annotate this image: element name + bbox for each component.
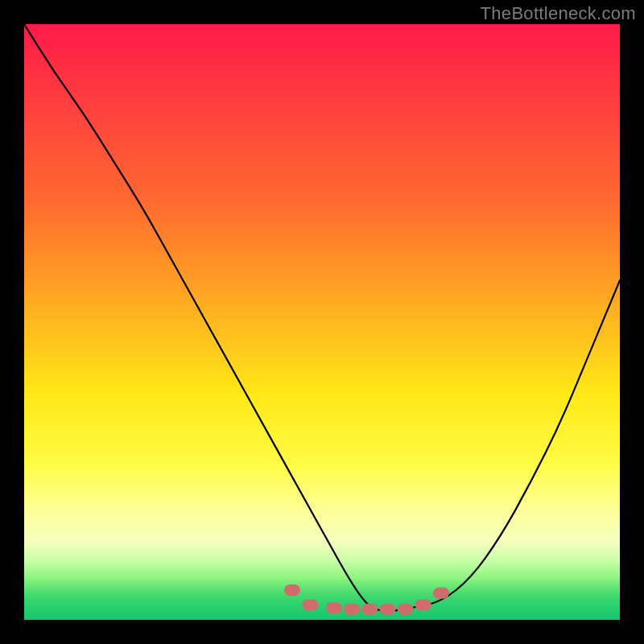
chart-canvas: TheBottleneck.com: [0, 0, 644, 644]
marker-capsule: [415, 600, 431, 611]
marker-capsule: [326, 602, 342, 613]
plot-area: [24, 24, 620, 620]
marker-capsule: [398, 604, 414, 615]
marker-capsule: [302, 600, 318, 611]
marker-group: [284, 584, 449, 615]
marker-capsule: [361, 604, 378, 615]
marker-capsule: [433, 588, 449, 599]
marker-capsule: [284, 584, 300, 596]
marker-layer: [24, 24, 620, 620]
marker-capsule: [344, 604, 360, 615]
watermark-label: TheBottleneck.com: [481, 3, 636, 24]
marker-capsule: [379, 604, 395, 615]
